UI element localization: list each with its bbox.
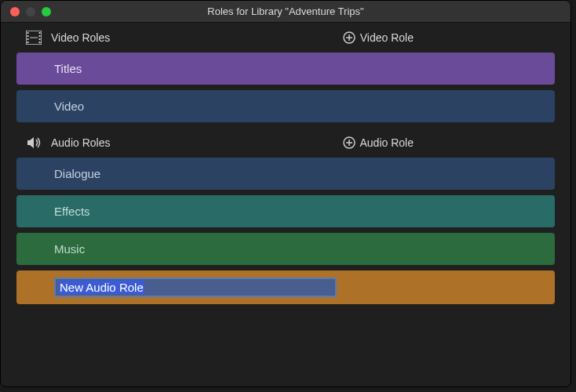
- plus-circle-icon: [343, 31, 355, 44]
- close-window-button[interactable]: [10, 7, 20, 16]
- svg-rect-7: [39, 38, 41, 40]
- role-row-titles[interactable]: Titles: [16, 53, 555, 85]
- audio-roles-label: Audio Roles: [51, 136, 334, 149]
- add-audio-role-button[interactable]: Audio Role: [343, 136, 414, 149]
- role-label: Music: [54, 242, 85, 256]
- role-row-music[interactable]: Music: [16, 233, 555, 265]
- add-video-role-label: Video Role: [360, 31, 414, 44]
- video-roles-label: Video Roles: [51, 31, 334, 44]
- svg-rect-3: [27, 38, 29, 40]
- svg-rect-2: [27, 35, 29, 37]
- role-label: Effects: [54, 205, 90, 218]
- audio-roles-header: Audio Roles Audio Role: [1, 128, 571, 158]
- svg-rect-4: [27, 42, 29, 43]
- role-name-input[interactable]: New Audio Role: [54, 278, 337, 297]
- content-area: Video Roles Video Role Titles Video: [1, 23, 571, 304]
- speaker-icon: [26, 136, 42, 150]
- svg-rect-8: [39, 42, 41, 43]
- traffic-lights: [1, 7, 51, 16]
- titlebar: Roles for Library "Adventure Trips": [1, 1, 571, 23]
- video-roles-header: Video Roles Video Role: [1, 23, 571, 53]
- svg-rect-1: [27, 32, 29, 34]
- role-label: Titles: [54, 62, 82, 75]
- plus-circle-icon: [343, 136, 355, 149]
- role-row-dialogue[interactable]: Dialogue: [16, 158, 555, 190]
- role-label: Dialogue: [54, 167, 100, 180]
- role-row-new-audio[interactable]: New Audio Role: [16, 270, 555, 304]
- add-audio-role-label: Audio Role: [360, 136, 414, 149]
- svg-rect-5: [39, 32, 41, 34]
- minimize-window-button[interactable]: [26, 7, 35, 16]
- role-name-input-text: New Audio Role: [59, 281, 144, 294]
- role-row-video[interactable]: Video: [16, 90, 555, 122]
- roles-editor-window: Roles for Library "Adventure Trips" Vid: [0, 0, 571, 387]
- zoom-window-button[interactable]: [42, 7, 51, 16]
- svg-rect-6: [39, 35, 41, 37]
- window-title: Roles for Library "Adventure Trips": [1, 5, 571, 17]
- filmstrip-icon: [26, 31, 42, 45]
- role-row-effects[interactable]: Effects: [16, 195, 555, 227]
- add-video-role-button[interactable]: Video Role: [343, 31, 414, 44]
- role-label: Video: [54, 100, 84, 113]
